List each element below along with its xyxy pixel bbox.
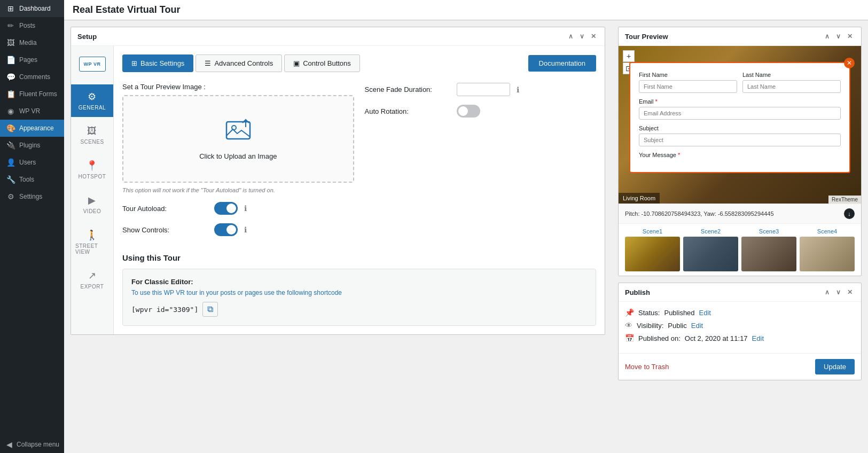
content-area: Setup ∧ ∨ ✕ WP VR ⚙ (64, 20, 868, 453)
page-title-text: Real Estate Virtual Tour (73, 4, 180, 15)
scene-item-4[interactable]: Scene4 (800, 228, 855, 271)
auto-rotation-toggle[interactable] (457, 105, 480, 118)
setup-collapse-up[interactable]: ∧ (566, 32, 575, 41)
move-to-trash-link[interactable]: Move to Trash (625, 363, 669, 371)
publish-date-edit[interactable]: Edit (752, 334, 764, 342)
users-icon: 👤 (6, 158, 15, 167)
documentation-button[interactable]: Documentation (528, 55, 596, 72)
publish-status-edit[interactable]: Edit (699, 309, 711, 317)
setup-collapse-down[interactable]: ∨ (577, 32, 587, 41)
upload-text: Click to Upload an Image (199, 152, 277, 160)
wpr-logo: WP VR (79, 57, 106, 72)
dashboard-icon: ⊞ (6, 4, 15, 13)
sidebar-item-tools[interactable]: 🔧 Tools (0, 171, 64, 188)
tab-advanced-icon: ☰ (205, 59, 211, 67)
sidebar-item-pages[interactable]: 📄 Pages (0, 51, 64, 68)
tour-preview-up[interactable]: ∧ (823, 32, 832, 41)
hotspot-label: HOTSPOT (79, 174, 106, 179)
update-button[interactable]: Update (815, 359, 855, 374)
upload-area[interactable]: Click to Upload an Image (122, 95, 354, 183)
scenes-icon: 🖼 (87, 126, 97, 137)
publish-close[interactable]: ✕ (845, 287, 855, 297)
show-controls-info[interactable]: ℹ (244, 225, 247, 234)
sidebar-item-collapse[interactable]: ◀ Collapse menu (0, 436, 64, 453)
scene-4-thumbnail (800, 237, 855, 271)
form-overlay-close-button[interactable]: ✕ (844, 58, 855, 68)
sidebar-street-view[interactable]: 🚶 STREET VIEW (71, 223, 113, 261)
subject-input[interactable] (639, 134, 841, 146)
sidebar-item-comments[interactable]: 💬 Comments (0, 68, 64, 85)
sidebar-item-dashboard[interactable]: ⊞ Dashboard (0, 0, 64, 17)
sidebar-export[interactable]: ↗ EXPORT (71, 263, 113, 296)
scenes-label: SCENES (80, 139, 104, 145)
sidebar-item-users[interactable]: 👤 Users (0, 154, 64, 171)
scenes-row: Scene1 Scene2 Scene3 Scene4 (625, 228, 855, 271)
sidebar-item-posts[interactable]: ✏ Posts (0, 17, 64, 34)
publish-status-row: 📌 Status: Published Edit (625, 308, 855, 317)
tab-advanced-controls[interactable]: ☰ Advanced Controls (196, 54, 282, 72)
tour-autoload-row: Tour Autoload: ℹ (122, 202, 354, 215)
form-grid: First Name Last Name Email * (639, 72, 841, 158)
sidebar-item-wp-vr[interactable]: ◉ WP VR (0, 103, 64, 120)
sidebar-item-wp-vr-label: WP VR (19, 107, 40, 115)
download-icon[interactable]: ↓ (844, 208, 855, 219)
using-tour-section: Using this Tour For Classic Editor: To u… (122, 253, 596, 326)
settings-right-column: Scene Fade Duration: ℹ Auto Rotation: (365, 83, 597, 245)
icon-sidebar: WP VR ⚙ GENERAL 🖼 SCENES 📍 HOTSPOT (71, 46, 114, 334)
scene-item-1[interactable]: Scene1 (625, 228, 680, 271)
tab-basic-settings[interactable]: ⊞ Basic Settings (122, 54, 193, 72)
setup-box: Setup ∧ ∨ ✕ WP VR ⚙ (71, 27, 605, 335)
setup-close[interactable]: ✕ (589, 32, 598, 41)
scene-fade-input[interactable] (457, 83, 510, 96)
tab-control-buttons[interactable]: ▣ Control Buttons (284, 54, 360, 72)
street-view-icon: 🚶 (86, 229, 98, 241)
last-name-input[interactable] (742, 80, 841, 93)
preview-image-container: + ⊡ ✕ First Name Last Name (619, 46, 861, 204)
first-name-input[interactable] (639, 80, 737, 93)
classic-editor-title: For Classic Editor: (131, 278, 587, 286)
copy-shortcode-button[interactable]: ⧉ (202, 302, 218, 317)
shortcode-text: [wpvr id="3309"] (131, 306, 198, 314)
sidebar-item-media[interactable]: 🖼 Media (0, 34, 64, 51)
email-required: * (655, 98, 658, 105)
sidebar-item-appearance[interactable]: 🎨 Appearance (0, 120, 64, 137)
preview-caption: Living Room (619, 193, 660, 204)
pitch-info: Pitch: -10.708620758494323, Yaw: -6.5582… (619, 204, 861, 223)
scene-item-3[interactable]: Scene3 (741, 228, 796, 271)
sidebar-hotspot[interactable]: 📍 HOTSPOT (71, 153, 113, 186)
sidebar-item-plugins[interactable]: 🔌 Plugins (0, 137, 64, 154)
tour-preview-close[interactable]: ✕ (845, 32, 855, 41)
collapse-icon: ◀ (6, 440, 12, 449)
export-icon: ↗ (88, 270, 97, 282)
tour-preview-down[interactable]: ∨ (834, 32, 843, 41)
scene-item-2[interactable]: Scene2 (683, 228, 738, 271)
email-input[interactable] (639, 107, 841, 120)
message-required: * (678, 152, 680, 158)
sidebar-scenes[interactable]: 🖼 SCENES (71, 119, 113, 151)
publish-status-value: Published (664, 309, 694, 317)
show-controls-toggle[interactable] (214, 223, 238, 236)
zoom-in-button[interactable]: + (623, 50, 635, 62)
setup-main-content: ⊞ Basic Settings ☰ Advanced Controls ▣ C… (114, 46, 605, 334)
sidebar-item-appearance-label: Appearance (19, 124, 54, 132)
publish-visibility-label: Visibility: (637, 322, 663, 330)
sidebar-item-fluent-forms[interactable]: 📋 Fluent Forms (0, 85, 64, 103)
publish-down[interactable]: ∨ (834, 287, 843, 297)
sidebar-item-settings[interactable]: ⚙ Settings (0, 188, 64, 205)
tour-autoload-info[interactable]: ℹ (244, 204, 247, 213)
tour-autoload-toggle[interactable] (214, 202, 238, 215)
using-tour-title: Using this Tour (122, 253, 596, 262)
tabs-row: ⊞ Basic Settings ☰ Advanced Controls ▣ C… (122, 54, 596, 72)
publish-title: Publish (625, 288, 650, 296)
sidebar-general[interactable]: ⚙ GENERAL (71, 84, 113, 117)
publish-up[interactable]: ∧ (823, 287, 832, 297)
publish-visibility-edit[interactable]: Edit (691, 322, 703, 330)
tour-autoload-label: Tour Autoload: (122, 205, 208, 213)
scene-fade-row: Scene Fade Duration: ℹ (365, 83, 597, 96)
auto-rotation-row: Auto Rotation: (365, 105, 597, 118)
setup-header: Setup ∧ ∨ ✕ (71, 27, 605, 46)
publish-box: Publish ∧ ∨ ✕ 📌 Status: Published Edit (618, 283, 862, 380)
scene-fade-info[interactable]: ℹ (517, 85, 519, 94)
sidebar-video[interactable]: ▶ VIDEO (71, 188, 113, 221)
tab-control-icon: ▣ (293, 59, 300, 67)
